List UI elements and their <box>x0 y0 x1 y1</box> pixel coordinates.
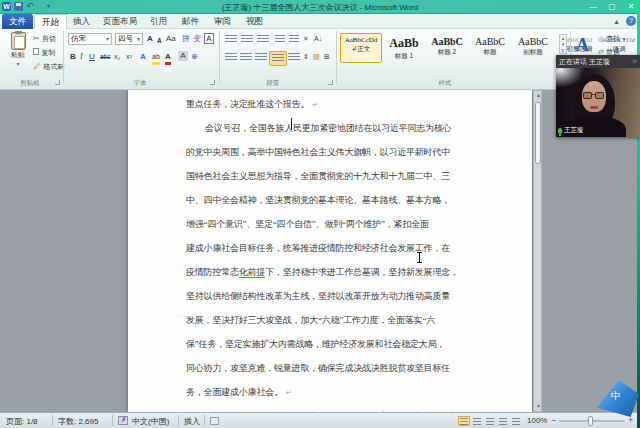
document-line[interactable]: 同心协力，攻坚克难，锐意进取，确保完成决战决胜脱贫攻坚目标任 <box>186 356 502 380</box>
document-page[interactable]: 重点任务，决定批准这个报告。↵ 会议号召，全国各族人民更加紧密地团结在以习近平同… <box>128 90 532 412</box>
subscript-button[interactable]: x₂ <box>114 51 120 62</box>
document-line-grammar[interactable]: 疫情防控常态化前提下，坚持稳中求进工作总基调，坚持新发展理念， <box>186 260 502 284</box>
find-button[interactable]: ◎ 查找 ▾ <box>598 33 626 45</box>
styles-gallery-scroll[interactable]: ▴▾≡ <box>559 34 567 54</box>
italic-button[interactable]: I <box>80 51 83 62</box>
view-web-layout-icon[interactable] <box>484 416 496 426</box>
view-outline-icon[interactable] <box>497 416 509 426</box>
tab-mailings[interactable]: 邮件 <box>175 14 206 29</box>
document-line[interactable]: 建成小康社会目标任务，统筹推进疫情防控和经济社会发展工作，在 <box>186 236 502 260</box>
justify-icon[interactable] <box>269 51 287 66</box>
align-right-icon[interactable] <box>255 53 267 62</box>
style-chip-title[interactable]: AaBbC 标题 <box>469 33 511 63</box>
grow-font-icon[interactable]: A <box>147 33 153 44</box>
document-line[interactable]: 会议号召，全国各族人民更加紧密地团结在以习近平同志为核心 <box>186 116 502 140</box>
help-icon[interactable]: ? <box>626 16 636 26</box>
font-size-select[interactable]: 四号 <box>115 33 143 45</box>
document-line[interactable]: 重点任务，决定批准这个报告。↵ <box>186 92 502 116</box>
page-indicator[interactable]: 页面: 1/8 <box>6 416 38 427</box>
style-chip-normal[interactable]: AaBbCcDd ↲正文 <box>340 33 382 63</box>
webcam-video[interactable]: 王芷璇 <box>556 68 640 137</box>
tab-view[interactable]: 视图 <box>239 14 270 29</box>
scroll-thumb[interactable] <box>535 102 541 164</box>
borders-icon[interactable]: ⊞ <box>324 51 330 62</box>
tab-file[interactable]: 文件 <box>2 14 33 29</box>
word-count[interactable]: 字数: 2,695 <box>58 416 98 427</box>
clipboard-dialog-launcher-icon[interactable] <box>55 80 60 85</box>
macro-icon[interactable] <box>210 417 219 425</box>
char-shading-icon[interactable]: A <box>178 51 188 61</box>
font-family-select[interactable]: 仿宋 <box>68 33 112 45</box>
font-color-icon[interactable]: A <box>165 51 171 65</box>
indent-icon[interactable] <box>289 35 299 44</box>
tab-review[interactable]: 审阅 <box>207 14 238 29</box>
copy-button[interactable]: 复制 <box>33 47 55 58</box>
zoom-slider-thumb[interactable] <box>588 416 593 426</box>
asian-layout-icon[interactable]: ✕ <box>303 33 309 44</box>
document-line[interactable]: 的党中央周围，高举中国特色社会主义伟大旗帜，以习近平新时代中 <box>186 140 502 164</box>
document-line[interactable]: （说明：“六稳”指的是稳就业、稳金融、稳外贸、稳外资、稳投资 <box>186 404 502 412</box>
char-scale-icon[interactable]: 变 <box>193 33 201 44</box>
document-line[interactable]: 务，全面建成小康社会。↵ <box>186 380 502 404</box>
zoom-out-button[interactable]: − <box>551 415 556 425</box>
shading-icon[interactable]: ▨ <box>313 51 320 62</box>
view-fullscreen-icon[interactable] <box>471 416 483 426</box>
tab-page-layout[interactable]: 页面布局 <box>96 14 144 29</box>
bullets-icon[interactable] <box>225 35 237 44</box>
view-draft-icon[interactable] <box>510 416 522 426</box>
scroll-down-icon[interactable]: ▼ <box>534 402 543 411</box>
bold-button[interactable]: B <box>70 51 76 62</box>
text-effects-icon[interactable]: A <box>140 51 146 62</box>
paste-dropdown-icon[interactable]: ▾ <box>5 60 31 67</box>
style-chip-heading2[interactable]: AaBbC 标题 2 <box>426 33 468 63</box>
close-button[interactable]: ✕ <box>625 1 637 12</box>
cut-button[interactable]: ✂ 剪切 <box>33 33 56 44</box>
paste-button[interactable]: 粘贴 ▾ <box>5 32 31 76</box>
format-painter-button[interactable]: 🖉 格式刷 <box>33 61 64 72</box>
style-chip-heading1[interactable]: AaBb 标题 1 <box>383 33 425 63</box>
multilevel-list-icon[interactable] <box>257 35 269 44</box>
participant-name-badge: 王芷璇 <box>558 126 584 135</box>
highlight-icon[interactable]: ab <box>152 51 160 65</box>
change-case-icon[interactable]: Aa <box>166 33 176 44</box>
align-left-icon[interactable] <box>225 53 237 62</box>
paragraph-dialog-launcher-icon[interactable] <box>328 80 333 85</box>
line-spacing-icon[interactable]: ⇕ <box>303 51 309 62</box>
char-border-icon[interactable]: A <box>204 33 214 44</box>
phonetic-guide-icon[interactable]: 拼 <box>182 33 190 44</box>
tab-references[interactable]: 引用 <box>143 14 174 29</box>
numbering-icon[interactable] <box>241 35 253 44</box>
underline-button[interactable]: U <box>89 51 95 62</box>
insert-mode[interactable]: 插入 <box>184 416 200 427</box>
view-print-layout-icon[interactable] <box>458 416 470 426</box>
tab-insert[interactable]: 插入 <box>66 14 97 29</box>
document-line[interactable]: 增强“四个意识”、坚定“四个自信”、做到“两个维护”，紧扣全面 <box>186 212 502 236</box>
document-line[interactable]: 坚持以供给侧结构性改革为主线，坚持以改革开放为动力推动高质量 <box>186 284 502 308</box>
minimize-button[interactable]: — <box>587 1 599 12</box>
document-line[interactable]: 发展，坚决打好三大攻坚战，加大“六稳”工作力度，全面落实“六 <box>186 308 502 332</box>
sort-icon[interactable]: A↓ <box>314 33 322 44</box>
video-call-overlay[interactable]: 正在讲话 王芷璇 » 王芷璇 <box>556 55 640 137</box>
document-line[interactable]: 国特色社会主义思想为指导，全面贯彻党的十九大和十九届二中、三 <box>186 164 502 188</box>
page-scrollbar[interactable]: ▲ ▼ <box>533 90 542 412</box>
proofing-icon[interactable] <box>118 416 128 425</box>
document-line[interactable]: 保”任务，坚定实施扩大内需战略，维护经济发展和社会稳定大局， <box>186 332 502 356</box>
font-dialog-launcher-icon[interactable] <box>210 80 215 85</box>
align-center-icon[interactable] <box>240 53 252 62</box>
maximize-button[interactable]: ▢ <box>606 1 618 12</box>
strikethrough-button[interactable]: abc <box>100 51 110 62</box>
collapse-chevrons-icon[interactable]: » <box>632 55 637 68</box>
scroll-up-icon[interactable]: ▲ <box>534 91 543 100</box>
change-styles-icon[interactable]: A <box>576 35 589 56</box>
superscript-button[interactable]: x² <box>126 51 132 62</box>
style-chip-subtitle[interactable]: AaBbC 副标题 <box>512 33 554 63</box>
document-line[interactable]: 中、四中全会精神，坚决贯彻党的基本理论、基本路线、基本方略， <box>186 188 502 212</box>
outdent-icon[interactable] <box>275 35 285 44</box>
zoom-level[interactable]: 100% <box>527 416 547 425</box>
tab-home[interactable]: 开始 <box>34 14 67 29</box>
shrink-font-icon[interactable]: A <box>157 35 162 46</box>
distribute-icon[interactable] <box>288 53 300 62</box>
ribbon-collapse-icon[interactable]: ▲ <box>613 18 620 25</box>
enclose-char-icon[interactable]: ⊕ <box>191 51 198 62</box>
language-indicator[interactable]: 中文(中国) <box>132 416 169 427</box>
